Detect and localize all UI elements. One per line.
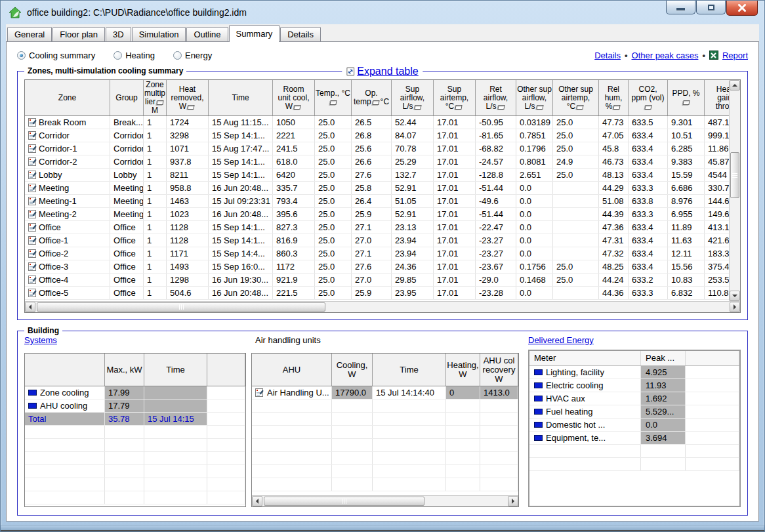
cell-time: 16 Jun 19:30... xyxy=(209,274,273,286)
scroll-left-button[interactable] xyxy=(252,496,262,506)
ahu-object-icon xyxy=(255,388,264,397)
tab-summary[interactable]: Summary xyxy=(229,25,280,42)
radio-option-cooling-summary[interactable]: Cooling summary xyxy=(17,51,95,60)
zone-name-cell[interactable]: Office-5 xyxy=(25,287,110,299)
cell xyxy=(332,452,373,464)
cell-other-sup-airflow-l-s: 0.1756 xyxy=(516,260,553,273)
cell-other-sup-airflow-l-s: 0.0 xyxy=(516,287,553,299)
zone-name-cell[interactable]: Meeting xyxy=(25,182,110,194)
zone-name-cell[interactable]: Corridor-2 xyxy=(25,155,110,168)
cell-other-sup-airflow-l-s: 0.0 xyxy=(516,195,553,207)
close-button[interactable] xyxy=(726,1,758,16)
meter-row-equipment-te: Equipment, te...3.694 xyxy=(529,432,739,445)
meter-row-fuel-heating: Fuel heating5.529... xyxy=(529,405,739,419)
tab-floor-plan[interactable]: Floor plan xyxy=(52,27,105,41)
zone-name-cell[interactable]: Office-3 xyxy=(25,260,110,273)
cell-temp-c: 25.0 xyxy=(315,195,352,207)
cell-co2-ppm-vol: 633.3 xyxy=(629,182,668,194)
cell-sup-airflow-l-s: 23.13 xyxy=(392,221,434,234)
scroll-right-button[interactable] xyxy=(508,496,518,506)
meter-label-cell xyxy=(529,458,641,470)
delivered-energy-link[interactable]: Delivered Energy xyxy=(528,335,594,345)
zone-name-cell[interactable]: Office-4 xyxy=(25,274,110,286)
cell-temp-c: 25.0 xyxy=(315,129,352,142)
peak-value-cell xyxy=(641,445,686,457)
zone-name-cell[interactable]: Corridor xyxy=(25,129,110,142)
cell xyxy=(332,465,373,478)
zone-name-cell[interactable]: Meeting-1 xyxy=(25,195,110,207)
building-groupbox: Building Systems Max., kWTime Zone cooli… xyxy=(17,331,748,516)
cell xyxy=(373,399,446,412)
expand-table-link[interactable]: Expand table xyxy=(357,66,418,77)
scroll-down-button[interactable] xyxy=(730,291,740,301)
zone-name-cell[interactable]: Corridor-1 xyxy=(25,142,110,155)
ahu-name-cell[interactable]: Air Handling U... xyxy=(252,386,332,399)
cell xyxy=(105,426,144,438)
tab-general[interactable]: General xyxy=(7,27,52,41)
horizontal-scroll-thumb[interactable] xyxy=(37,302,325,312)
ahu-horizontal-scrollbar[interactable] xyxy=(252,495,518,506)
zones-horizontal-scrollbar[interactable] xyxy=(25,301,740,312)
tab-3d[interactable]: 3D xyxy=(106,27,131,41)
radio-option-energy[interactable]: Energy xyxy=(173,51,212,60)
cell-sup-airtemp-c: 17.01 xyxy=(434,195,476,207)
cell-other-sup-airflow-l-s: 0.0 xyxy=(516,182,553,194)
cell-temp-c: 25.0 xyxy=(315,221,352,234)
minimize-icon xyxy=(676,8,685,10)
cell-rel-hum: 44.29 xyxy=(599,182,629,194)
radio-label-heating: Heating xyxy=(125,51,155,60)
cell-ppd: 6.832 xyxy=(668,287,705,299)
zone-name-cell[interactable]: Meeting-2 xyxy=(25,208,110,220)
combo-box-icon xyxy=(644,105,651,110)
zone-name: Office-4 xyxy=(39,275,68,285)
meter-row-lighting-facility: Lighting, facility4.925 xyxy=(529,366,739,379)
peak-value-cell: 3.694 xyxy=(641,432,686,444)
horizontal-scroll-thumb[interactable] xyxy=(264,497,424,506)
zone-row-office: OfficeOffice1112815 Sep 14:1...827.325.0… xyxy=(25,221,740,234)
other-peak-cases-link[interactable]: Other peak cases xyxy=(632,51,699,60)
cell: 15 Jul 14:15 xyxy=(144,413,207,425)
restore-button[interactable] xyxy=(696,1,726,14)
scroll-left-button[interactable] xyxy=(25,302,35,312)
column-header-ahu-col-recovery-w: AHU colrecoveryW xyxy=(480,354,518,386)
combo-box-icon xyxy=(577,105,584,110)
zone-name-cell[interactable]: Office-1 xyxy=(25,234,110,247)
scroll-right-button[interactable] xyxy=(730,302,740,312)
systems-link[interactable]: Systems xyxy=(24,335,57,345)
tab-outline[interactable]: Outline xyxy=(186,27,228,41)
zone-row-office-1: Office-1Office1112815 Sep 14:1...816.925… xyxy=(25,234,740,247)
vertical-scroll-thumb[interactable] xyxy=(730,152,739,198)
cell-zone-multiplier-m: 1 xyxy=(144,221,167,234)
zone-row-meeting: MeetingMeeting1958.816 Jun 20:48...335.7… xyxy=(25,182,740,195)
cell xyxy=(144,491,207,504)
legend-swatch-icon xyxy=(534,435,543,441)
scroll-up-button[interactable] xyxy=(730,80,740,91)
cell-other-sup-airtemp-c xyxy=(553,247,599,260)
zones-vertical-scrollbar[interactable] xyxy=(729,80,740,301)
zone-name-cell[interactable]: Lobby xyxy=(25,169,110,181)
zone-object-icon xyxy=(28,171,37,179)
row-label-text: AHU cooling xyxy=(40,401,87,411)
zone-name-cell[interactable]: Break Room xyxy=(25,116,110,129)
meter-name: Lighting, facility xyxy=(546,367,604,377)
zone-object-icon xyxy=(28,131,37,140)
tab-details[interactable]: Details xyxy=(280,27,321,41)
report-link[interactable]: Report xyxy=(722,51,748,60)
radio-option-heating[interactable]: Heating xyxy=(114,51,155,60)
zone-name: Office-5 xyxy=(39,288,68,298)
zone-row-office-5: Office-5Office1504.616 Jun 20:48...221.5… xyxy=(25,287,740,300)
cell xyxy=(446,478,480,491)
cell-rel-hum: 47.36 xyxy=(599,221,629,234)
tab-simulation[interactable]: Simulation xyxy=(132,27,186,41)
meter-row-hvac-aux: HVAC aux1.692 xyxy=(529,392,739,405)
combo-box-icon xyxy=(329,100,337,105)
details-link[interactable]: Details xyxy=(594,51,621,60)
expand-table[interactable]: Expand table xyxy=(342,66,423,77)
zone-name: Office-1 xyxy=(39,235,68,245)
minimize-button[interactable] xyxy=(666,1,695,14)
cell-group: Office xyxy=(110,234,144,247)
meters-table: MeterPeak ... Lighting, facility4.925Ele… xyxy=(528,350,741,507)
zone-name-cell[interactable]: Office-2 xyxy=(25,247,110,260)
zone-name-cell[interactable]: Office xyxy=(25,221,110,234)
cell: 1413.0 xyxy=(480,386,518,399)
